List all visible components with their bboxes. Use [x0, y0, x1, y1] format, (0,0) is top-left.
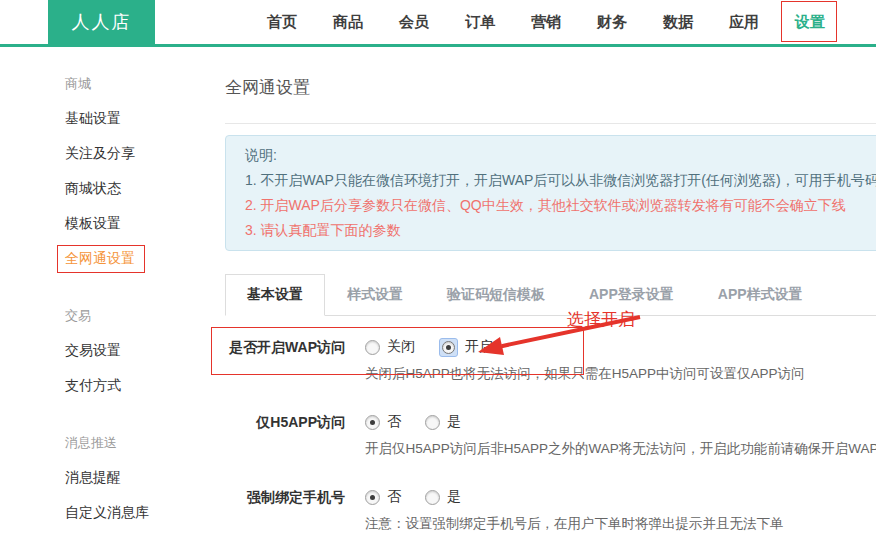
- wap-access-help: 关闭后H5APP也将无法访问，如果只需在H5APP中访问可设置仅APP访问: [365, 365, 805, 383]
- top-nav-bar: 人人店 首页 商品 会员 订单 营销 财务 数据 应用 设置: [0, 0, 876, 47]
- nav-item-products[interactable]: 商品: [333, 13, 363, 32]
- sidebar-section-shop: 商城: [65, 76, 220, 91]
- nav-item-apps[interactable]: 应用: [729, 13, 759, 32]
- force-bind-phone-option-yes-label[interactable]: 是: [447, 488, 461, 506]
- radio-unchecked-icon[interactable]: [425, 415, 440, 430]
- tab-sms-template[interactable]: 验证码短信模板: [425, 274, 567, 316]
- nav-item-members[interactable]: 会员: [399, 13, 429, 32]
- main-nav: 首页 商品 会员 订单 营销 财务 数据 应用 设置: [267, 0, 825, 44]
- force-bind-phone-help: 注意：设置强制绑定手机号后，在用户下单时将弹出提示并且无法下单: [365, 515, 784, 533]
- radio-checked-icon[interactable]: [365, 490, 380, 505]
- sidebar-item-follow-share[interactable]: 关注及分享: [65, 146, 220, 161]
- sidebar-item-shop-status[interactable]: 商城状态: [65, 181, 220, 196]
- tab-basic-settings[interactable]: 基本设置: [225, 274, 325, 316]
- sidebar-item-omni-settings-label[interactable]: 全网通设置: [57, 245, 145, 273]
- form-row-wap-access: 是否开启WAP访问 关闭 开启 关闭后H5APP也将无法访问，如果只需在H5AP…: [225, 338, 876, 383]
- sidebar-section-trade: 交易: [65, 308, 220, 323]
- wap-access-option-open-label[interactable]: 开启: [465, 338, 493, 356]
- h5app-only-option-yes[interactable]: 是: [425, 413, 461, 431]
- radio-checked-icon[interactable]: [365, 415, 380, 430]
- tab-app-style-settings[interactable]: APP样式设置: [696, 274, 825, 316]
- nav-item-marketing[interactable]: 营销: [531, 13, 561, 32]
- sidebar-section-message-push: 消息推送: [65, 435, 220, 450]
- notice-line-2: 2. 开启WAP后分享参数只在微信、QQ中生效，其他社交软件或浏览器转发将有可能…: [245, 193, 876, 218]
- settings-sidebar: 商城 基础设置 关注及分享 商城状态 模板设置 全网通设置 交易 交易设置 支付…: [65, 47, 220, 520]
- basic-settings-form: 是否开启WAP访问 关闭 开启 关闭后H5APP也将无法访问，如果只需在H5AP…: [225, 338, 876, 533]
- sidebar-item-template-settings[interactable]: 模板设置: [65, 216, 220, 231]
- radio-unchecked-icon[interactable]: [425, 490, 440, 505]
- notice-box: 说明: 1. 不开启WAP只能在微信环境打开，开启WAP后可以从非微信浏览器打开…: [225, 135, 876, 251]
- sidebar-item-trade-settings[interactable]: 交易设置: [65, 343, 220, 358]
- wap-access-option-close[interactable]: 关闭: [365, 338, 415, 356]
- radio-unchecked-icon[interactable]: [365, 340, 380, 355]
- nav-item-orders[interactable]: 订单: [465, 13, 495, 32]
- sidebar-item-basic-settings[interactable]: 基础设置: [65, 111, 220, 126]
- h5app-only-option-no[interactable]: 否: [365, 413, 401, 431]
- tab-style-settings[interactable]: 样式设置: [325, 274, 425, 316]
- tab-app-login-settings[interactable]: APP登录设置: [567, 274, 696, 316]
- nav-item-settings[interactable]: 设置: [795, 13, 825, 32]
- radio-checked-focus-icon[interactable]: [439, 338, 458, 357]
- sidebar-item-omni-settings[interactable]: 全网通设置: [65, 251, 220, 266]
- form-row-force-bind-phone: 强制绑定手机号 否 是 注意：设置强制绑定手机号后，在用户下单时将弹出提示并且无…: [225, 488, 876, 533]
- main-content: 全网通设置 说明: 1. 不开启WAP只能在微信环境打开，开启WAP后可以从非微…: [225, 47, 876, 533]
- nav-item-data[interactable]: 数据: [663, 13, 693, 32]
- h5app-only-help: 开启仅H5APP访问后非H5APP之外的WAP将无法访问，开启此功能前请确保开启…: [365, 440, 876, 458]
- settings-tabs: 基本设置 样式设置 验证码短信模板 APP登录设置 APP样式设置: [225, 274, 876, 316]
- page-title: 全网通设置: [225, 47, 876, 124]
- force-bind-phone-option-no[interactable]: 否: [365, 488, 401, 506]
- brand-logo[interactable]: 人人店: [48, 0, 155, 44]
- form-row-h5app-only: 仅H5APP访问 否 是 开启仅H5APP访问后非H5APP之外的WAP将无法访…: [225, 413, 876, 458]
- sidebar-item-custom-message-lib[interactable]: 自定义消息库: [65, 505, 220, 520]
- wap-access-option-open[interactable]: 开启: [439, 338, 493, 357]
- sidebar-item-payment-methods[interactable]: 支付方式: [65, 378, 220, 393]
- notice-heading: 说明:: [245, 143, 876, 168]
- notice-line-1: 1. 不开启WAP只能在微信环境打开，开启WAP后可以从非微信浏览器打开(任何浏…: [245, 168, 876, 193]
- h5app-only-option-no-label[interactable]: 否: [387, 413, 401, 431]
- nav-item-finance[interactable]: 财务: [597, 13, 627, 32]
- sidebar-item-message-reminder[interactable]: 消息提醒: [65, 470, 220, 485]
- wap-access-label: 是否开启WAP访问: [225, 338, 345, 383]
- force-bind-phone-option-yes[interactable]: 是: [425, 488, 461, 506]
- h5app-only-label: 仅H5APP访问: [225, 413, 345, 458]
- wap-access-option-close-label[interactable]: 关闭: [387, 338, 415, 356]
- force-bind-phone-label: 强制绑定手机号: [225, 488, 345, 533]
- h5app-only-option-yes-label[interactable]: 是: [447, 413, 461, 431]
- notice-line-3: 3. 请认真配置下面的参数: [245, 218, 876, 243]
- app-window: 人人店 首页 商品 会员 订单 营销 财务 数据 应用 设置 商城 基础设置 关…: [0, 0, 876, 541]
- annotation-box-settings: [781, 1, 837, 42]
- nav-item-home[interactable]: 首页: [267, 13, 297, 32]
- force-bind-phone-option-no-label[interactable]: 否: [387, 488, 401, 506]
